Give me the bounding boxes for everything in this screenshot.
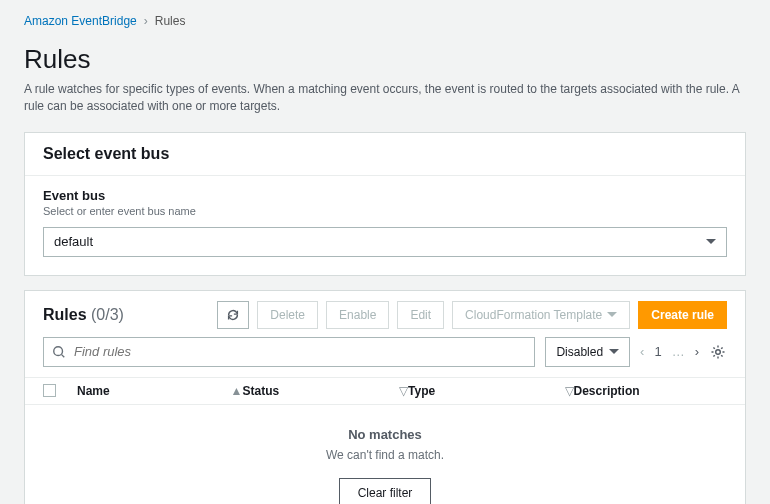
select-all-checkbox[interactable] bbox=[43, 384, 56, 397]
event-bus-panel: Select event bus Event bus Select or ent… bbox=[24, 132, 746, 276]
table-header: Name ▲ Status ▽ Type ▽ Description bbox=[25, 377, 745, 405]
breadcrumb-current: Rules bbox=[155, 14, 186, 28]
event-bus-select[interactable]: default bbox=[43, 227, 727, 257]
pager-next[interactable]: › bbox=[695, 344, 699, 359]
event-bus-hint: Select or enter event bus name bbox=[43, 205, 727, 217]
empty-headline: No matches bbox=[25, 427, 745, 442]
refresh-icon bbox=[226, 308, 240, 322]
search-input[interactable] bbox=[72, 343, 526, 360]
breadcrumb: Amazon EventBridge › Rules bbox=[24, 14, 746, 28]
cloudformation-label: CloudFormation Template bbox=[465, 308, 602, 322]
empty-sub: We can't find a match. bbox=[25, 448, 745, 462]
cloudformation-template-button[interactable]: CloudFormation Template bbox=[452, 301, 630, 329]
pager-current: 1 bbox=[654, 344, 661, 359]
page-subtitle: A rule watches for specific types of eve… bbox=[24, 81, 746, 116]
pager-prev[interactable]: ‹ bbox=[640, 344, 644, 359]
search-input-wrapper[interactable] bbox=[43, 337, 535, 367]
pagination: ‹ 1 … › bbox=[640, 344, 699, 359]
status-filter-dropdown[interactable]: Disabled bbox=[545, 337, 630, 367]
chevron-down-icon bbox=[607, 312, 617, 317]
col-type[interactable]: Type bbox=[408, 384, 548, 398]
delete-button[interactable]: Delete bbox=[257, 301, 318, 329]
pager-ellipsis: … bbox=[672, 344, 685, 359]
settings-button[interactable] bbox=[709, 344, 727, 360]
svg-point-1 bbox=[716, 349, 721, 354]
enable-button[interactable]: Enable bbox=[326, 301, 389, 329]
empty-state: No matches We can't find a match. Clear … bbox=[25, 405, 745, 504]
rules-panel-title: Rules (0/3) bbox=[43, 306, 124, 324]
event-bus-selected-value: default bbox=[54, 234, 93, 249]
event-bus-label: Event bus bbox=[43, 188, 727, 203]
search-icon bbox=[52, 345, 66, 359]
event-bus-panel-title: Select event bus bbox=[25, 133, 745, 176]
edit-button[interactable]: Edit bbox=[397, 301, 444, 329]
status-filter-value: Disabled bbox=[556, 345, 603, 359]
chevron-right-icon: › bbox=[144, 14, 148, 28]
col-status[interactable]: Status bbox=[243, 384, 383, 398]
gear-icon bbox=[710, 344, 726, 360]
col-name[interactable]: Name bbox=[77, 384, 217, 398]
chevron-down-icon bbox=[706, 239, 716, 244]
sort-type-icon[interactable]: ▽ bbox=[548, 384, 574, 398]
chevron-down-icon bbox=[609, 349, 619, 354]
svg-point-0 bbox=[54, 347, 63, 356]
breadcrumb-root[interactable]: Amazon EventBridge bbox=[24, 14, 137, 28]
sort-status-icon[interactable]: ▽ bbox=[382, 384, 408, 398]
rules-title-text: Rules bbox=[43, 306, 87, 323]
col-description[interactable]: Description bbox=[574, 384, 727, 398]
refresh-button[interactable] bbox=[217, 301, 249, 329]
clear-filter-button[interactable]: Clear filter bbox=[339, 478, 432, 504]
rules-count: (0/3) bbox=[91, 306, 124, 323]
create-rule-button[interactable]: Create rule bbox=[638, 301, 727, 329]
page-title: Rules bbox=[24, 44, 746, 75]
rules-panel: Rules (0/3) Delete Enable Edit CloudForm… bbox=[24, 290, 746, 504]
sort-name-asc-icon[interactable]: ▲ bbox=[217, 384, 243, 398]
